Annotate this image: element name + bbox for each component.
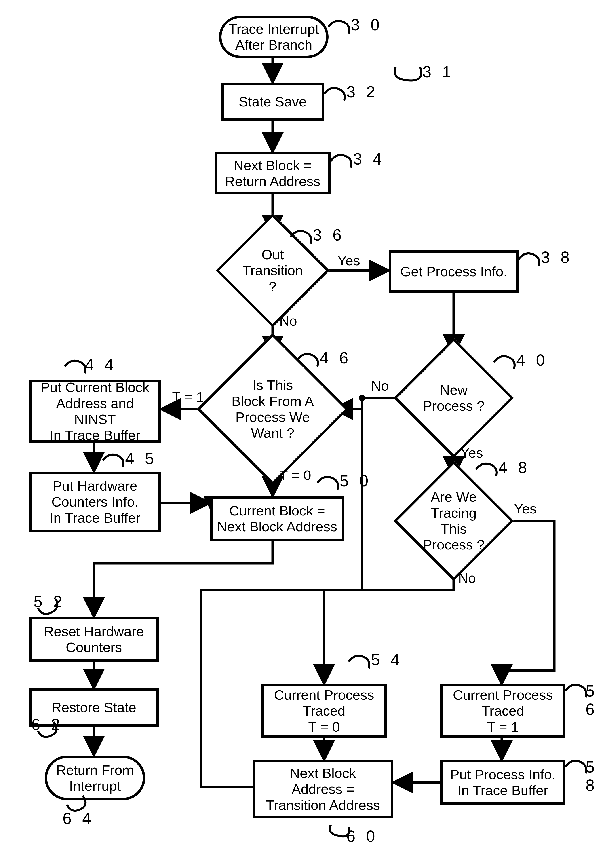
ref-40: 4 0	[516, 351, 548, 369]
ref-36: 3 6	[313, 226, 345, 244]
ref-32: 3 2	[347, 83, 378, 101]
ref-56: 5 6	[586, 682, 605, 718]
ref-46: 4 6	[320, 349, 351, 367]
ref-45: 4 5	[125, 450, 157, 468]
ref-64: 6 4	[63, 809, 94, 828]
ref-44: 4 4	[85, 355, 117, 374]
ref-60: 6 0	[347, 827, 378, 845]
ref-50: 5 0	[340, 472, 371, 490]
ref-38: 3 8	[541, 248, 573, 267]
ref-54: 5 4	[371, 651, 403, 669]
flowchart-canvas: Trace InterruptAfter Branch State Save N…	[0, 0, 605, 868]
ref-34: 3 4	[353, 150, 385, 168]
ref-62: 6 2	[31, 715, 63, 734]
ref-48: 4 8	[498, 458, 530, 477]
ref-30: 3 0	[351, 16, 383, 34]
ref-52: 5 2	[34, 592, 65, 611]
ref-31: 3 1	[422, 63, 454, 81]
ref-58: 5 8	[586, 758, 605, 794]
ref-hooks	[0, 0, 605, 868]
